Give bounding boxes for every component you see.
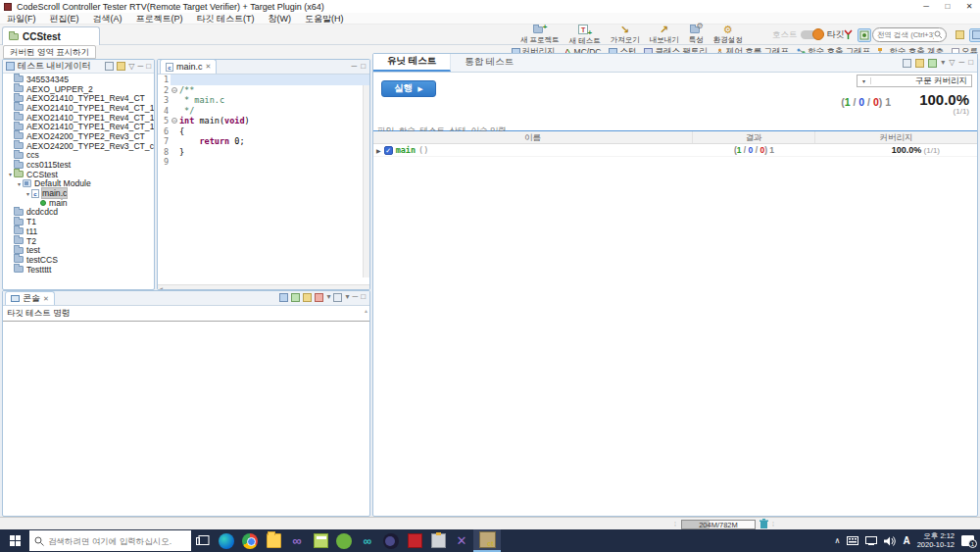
run-button[interactable]: 실행 ▶ [381, 80, 436, 97]
view-menu-icon[interactable]: ▽ [128, 62, 134, 72]
menu-item-0[interactable]: 파일(F) [0, 13, 43, 25]
taskbar-green-editor-icon[interactable] [309, 529, 332, 552]
tree-item-testCCS[interactable]: testCCS [3, 255, 154, 265]
project-tab-ccstest[interactable]: CCStest [2, 26, 100, 45]
action-center-icon[interactable]: 1 [961, 535, 974, 546]
scroll-lock-icon[interactable] [291, 293, 300, 302]
menu-item-5[interactable]: 창(W) [262, 13, 299, 25]
tree-item-AEXO21410_TYPE1_Rev4_CT_1_copy[interactable]: AEXO21410_TYPE1_Rev4_CT_1_copy [3, 113, 154, 123]
fold-marker-icon[interactable]: − [172, 87, 177, 93]
merge-result-icon[interactable] [841, 28, 855, 42]
checkbox-checked-icon[interactable]: ✓ [384, 146, 393, 155]
menu-item-2[interactable]: 검색(A) [86, 13, 129, 25]
column-header-name[interactable]: 이름 [373, 131, 693, 143]
toolbar-button-new-project[interactable]: + 새 프로젝트 [517, 25, 563, 45]
taskbar-controller-tester-icon[interactable]: ct [473, 529, 501, 552]
menu-item-4[interactable]: 타깃 테스트(T) [190, 13, 262, 25]
maximize-panel-icon[interactable]: □ [146, 62, 151, 72]
pin-console-icon[interactable] [303, 293, 312, 302]
taskbar-spring-tool-icon[interactable] [332, 529, 356, 552]
taskbar-eclipse-icon[interactable] [379, 529, 403, 552]
minimize-panel-icon[interactable]: ─ [137, 62, 143, 72]
minimize-window-button[interactable]: ─ [915, 0, 937, 13]
tree-item-ccs0115test[interactable]: ccs0115test [3, 160, 154, 170]
hidden-icons-chevron[interactable]: ∧ [835, 536, 841, 545]
coverage-type-dropdown[interactable]: ▾ 구문 커버리지 [857, 75, 972, 87]
console-tab[interactable]: 콘솔 ✕ [5, 291, 55, 305]
taskbar-task-view-icon[interactable] [191, 529, 215, 552]
taskbar-teal-app-icon[interactable]: ∞ [356, 529, 379, 552]
test-settings-icon[interactable] [915, 59, 924, 68]
show-view-icon[interactable] [903, 59, 911, 68]
host-target-toggle[interactable] [801, 30, 820, 39]
code-editor[interactable]: ▲ ◀ 1 2 − /** 3 * main.c 4 */ 5 − int ma… [158, 75, 369, 290]
tree-item-T2[interactable]: T2 [3, 236, 154, 246]
taskbar-file-explorer-icon[interactable] [262, 529, 285, 552]
maximize-editor-icon[interactable]: □ [361, 62, 366, 72]
minimize-panel-icon[interactable]: ─ [352, 292, 358, 302]
close-tab-icon[interactable]: ✕ [206, 63, 212, 71]
tree-item-AEXO_UPPER_2[interactable]: AEXO_UPPER_2 [3, 84, 154, 94]
tree-item-AEXO24200_TYPE2_Rev3_CT_copy[interactable]: AEXO24200_TYPE2_Rev3_CT_copy [3, 141, 154, 151]
tree-item-t11[interactable]: t11 [3, 226, 154, 236]
tab-integration-test[interactable]: 통합 테스트 [451, 53, 527, 72]
tree-item-Testtttt[interactable]: Testtttt [3, 265, 154, 275]
collapse-all-icon[interactable] [117, 62, 125, 71]
expand-arrow-icon[interactable]: ▾ [16, 180, 23, 187]
network-icon[interactable] [865, 536, 877, 545]
tab-unit-test[interactable]: 유닛 테스트 [373, 53, 451, 72]
minimize-editor-icon[interactable]: ─ [351, 62, 357, 72]
dropdown-arrow-icon[interactable]: ▾ [941, 58, 945, 68]
expand-row-icon[interactable]: ▶ [376, 147, 381, 154]
taskbar-edge-icon[interactable] [215, 529, 238, 552]
toolbar-button-properties[interactable]: ⚙ 특성 [686, 25, 707, 45]
menu-item-6[interactable]: 도움말(H) [298, 13, 351, 25]
toolbar-button-import[interactable]: ↘ 가져오기 [608, 25, 643, 45]
editor-tab-main-c[interactable]: c main.c ✕ [160, 59, 217, 74]
global-search-input[interactable] [877, 30, 934, 39]
virtual-board-icon[interactable] [858, 28, 871, 42]
tree-item-dcdcdcd[interactable]: dcdcdcd [3, 208, 154, 218]
maximize-panel-icon[interactable]: □ [361, 292, 366, 302]
fold-marker-icon[interactable]: − [172, 118, 177, 124]
tree-item-AEXO21410_TYPE1_Rev4_CT[interactable]: AEXO21410_TYPE1_Rev4_CT [3, 93, 154, 103]
tree-item-345534345[interactable]: 345534345 [3, 75, 154, 84]
tree-item-CCStest[interactable]: ▾ CCStest [3, 170, 154, 179]
open-perspective-icon[interactable] [953, 28, 966, 42]
view-menu-icon[interactable]: ▽ [949, 58, 955, 68]
tree-item-Default Module[interactable]: ▾ Default Module [3, 179, 154, 189]
tree-item-main[interactable]: main [3, 198, 154, 208]
taskbar-visual-studio-2-icon[interactable]: ✕ [450, 529, 473, 552]
coverage-perspective-icon[interactable] [969, 28, 980, 42]
link-with-editor-icon[interactable] [105, 62, 114, 71]
expand-arrow-icon[interactable]: ▾ [7, 171, 14, 177]
tree-item-ccs[interactable]: ccs [3, 151, 154, 161]
taskbar-clipboard-app-icon[interactable] [426, 529, 450, 552]
maximize-window-button[interactable]: □ [937, 0, 958, 13]
taskbar-red-cube-icon[interactable] [403, 529, 426, 552]
heap-memory-gauge[interactable]: 204M/782M [681, 520, 756, 529]
close-console-icon[interactable]: ✕ [43, 294, 49, 304]
tree-item-AEXO24200_TYPE2_Rev3_CT[interactable]: AEXO24200_TYPE2_Rev3_CT [3, 131, 154, 141]
open-console-icon[interactable] [333, 293, 342, 302]
clear-console-icon[interactable] [279, 293, 288, 302]
coverage-bars-icon[interactable] [928, 59, 937, 68]
taskbar-search-box[interactable] [29, 530, 191, 551]
garbage-collect-icon[interactable] [760, 519, 768, 529]
toolbar-button-preferences[interactable]: ⚙ 환경설정 [710, 25, 746, 45]
global-search-box[interactable] [872, 27, 947, 42]
show-covered-area-button[interactable]: 커버된 영역 표시하기 [3, 45, 96, 59]
expand-arrow-icon[interactable]: ▾ [24, 190, 31, 197]
taskbar-search-input[interactable] [48, 536, 175, 546]
taskbar-chrome-icon[interactable] [238, 529, 262, 552]
tree-item-main.c[interactable]: ▾ c main.c [3, 188, 154, 198]
dropdown-arrow-icon[interactable]: ▾ [326, 292, 330, 302]
minimize-panel-icon[interactable]: ─ [958, 58, 964, 68]
toolbar-button-export[interactable]: ↗ 내보내기 [647, 25, 682, 45]
tree-item-AEXO21410_TYPE1_Rev4_CT_11[interactable]: AEXO21410_TYPE1_Rev4_CT_11 [3, 122, 154, 131]
maximize-panel-icon[interactable]: □ [968, 58, 973, 68]
volume-icon[interactable] [884, 536, 896, 546]
console-scrollbar[interactable]: ▲ [364, 308, 368, 314]
column-header-result[interactable]: 결과 [693, 131, 815, 143]
start-button[interactable] [0, 529, 29, 552]
